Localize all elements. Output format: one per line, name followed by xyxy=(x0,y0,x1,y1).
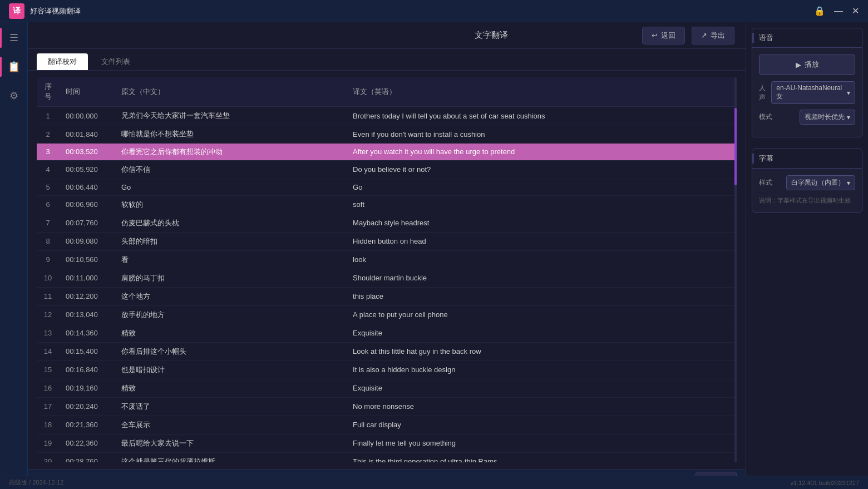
col-time: 时间 xyxy=(59,77,115,107)
cell-seq: 18 xyxy=(37,416,59,434)
style-row: 样式 白字黑边（内置） ▾ xyxy=(759,175,855,190)
table-row[interactable]: 400:05,920你信不信Do you believe it or not? xyxy=(37,160,737,179)
cell-target: Full car display xyxy=(346,416,737,434)
back-button[interactable]: ↩ 返回 xyxy=(642,27,685,45)
scroll-indicator xyxy=(734,77,737,462)
cell-seq: 11 xyxy=(37,287,59,305)
cell-time: 00:06,440 xyxy=(59,179,115,195)
table-row[interactable]: 900:10,560看look xyxy=(37,250,737,269)
table-row[interactable]: 100:00,000兄弟们今天给大家讲一套汽车坐垫Brothers today … xyxy=(37,107,737,125)
mode-row: 模式 视频时长优先 ▾ xyxy=(759,110,855,125)
table-row[interactable]: 1000:11,000肩膀的马丁扣Shoulder martin buckle xyxy=(37,269,737,287)
cell-target: Do you believe it or not? xyxy=(346,160,737,179)
content-header: 文字翻译 ↩ 返回 ↗ 导出 xyxy=(28,22,746,49)
scroll-thumb xyxy=(734,108,737,185)
voice-select[interactable]: en-AU-NatashaNeural 女 ▾ xyxy=(771,81,855,104)
col-target: 译文（英语） xyxy=(346,77,737,107)
chevron-down-icon-style: ▾ xyxy=(847,179,850,187)
cell-source: 也是暗扣设计 xyxy=(115,360,346,379)
translation-table: 序号 时间 原文（中文） 译文（英语） 100:00,000兄弟们今天给大家讲一… xyxy=(37,77,737,462)
cell-source: 放手机的地方 xyxy=(115,305,346,324)
table-row[interactable]: 1900:22,360最后呢给大家去说一下Finally let me tell… xyxy=(37,434,737,452)
sidebar-item-settings[interactable]: ⚙ xyxy=(4,86,24,106)
cell-seq: 13 xyxy=(37,324,59,342)
mode-select[interactable]: 视频时长优先 ▾ xyxy=(800,110,855,125)
sidebar: ☰ 📋 ⚙ xyxy=(0,22,28,489)
audio-section: 语音 ▶ 播放 人声 en-AU-NatashaNeural 女 ▾ 模式 视 xyxy=(752,28,862,137)
cell-target: this place xyxy=(346,287,737,305)
table-row[interactable]: 1400:15,400你看后排这个小帽头Look at this little … xyxy=(37,342,737,360)
export-button[interactable]: ↗ 导出 xyxy=(692,27,734,45)
tab-filelist[interactable]: 文件列表 xyxy=(90,53,141,70)
close-button[interactable]: ✕ xyxy=(852,7,859,16)
cell-source: 精致 xyxy=(115,324,346,342)
minimize-button[interactable]: — xyxy=(834,7,843,16)
col-seq: 序号 xyxy=(37,77,59,107)
tab-translate[interactable]: 翻译校对 xyxy=(37,53,88,70)
cell-target: This is the third generation of ultra-th… xyxy=(346,452,737,462)
subtitle-note: 说明：字幕样式在导出视频时生效 xyxy=(759,196,855,205)
cell-seq: 1 xyxy=(37,107,59,125)
table-row[interactable]: 300:03,520After you watch it you will ha… xyxy=(37,144,737,161)
cell-target: Maybach style headrest xyxy=(346,214,737,232)
cell-time: 00:15,400 xyxy=(59,342,115,360)
cell-seq: 6 xyxy=(37,195,59,214)
table-scroll[interactable]: 序号 时间 原文（中文） 译文（英语） 100:00,000兄弟们今天给大家讲一… xyxy=(37,77,737,462)
table-row[interactable]: 1500:16,840也是暗扣设计It is also a hidden buc… xyxy=(37,360,737,379)
cell-seq: 4 xyxy=(37,160,59,179)
table-row[interactable]: 500:06,440GoGo xyxy=(37,179,737,195)
table-row[interactable]: 1800:21,360全车展示Full car display xyxy=(37,416,737,434)
cell-source: 不废话了 xyxy=(115,397,346,416)
chevron-down-icon-mode: ▾ xyxy=(847,113,850,121)
sidebar-item-file[interactable]: 📋 xyxy=(4,57,24,77)
cell-source: 仿麦巴赫式的头枕 xyxy=(115,214,346,232)
table-row[interactable]: 1100:12,200这个地方this place xyxy=(37,287,737,305)
cell-source: 全车展示 xyxy=(115,416,346,434)
cell-source: 看 xyxy=(115,250,346,269)
main-layout: ☰ 📋 ⚙ 文字翻译 ↩ 返回 ↗ 导出 xyxy=(0,22,868,489)
sidebar-item-menu[interactable]: ☰ xyxy=(4,28,24,48)
cell-seq: 15 xyxy=(37,360,59,379)
cell-seq: 14 xyxy=(37,342,59,360)
cell-source: 精致 xyxy=(115,379,346,397)
titlebar-controls: 🔒 — ✕ xyxy=(814,7,859,16)
version-bar: 高级版 / 2024-12-12 v1.12.401 build20231227 xyxy=(0,476,868,489)
cell-seq: 16 xyxy=(37,379,59,397)
cell-time: 00:09,080 xyxy=(59,232,115,250)
source-input[interactable] xyxy=(121,148,339,156)
cell-source: 你看后排这个小帽头 xyxy=(115,342,346,360)
cell-target: Exquisite xyxy=(346,324,737,342)
table-row[interactable]: 1700:20,240不废话了No more nonsense xyxy=(37,397,737,416)
style-label: 样式 xyxy=(759,178,772,187)
table-row[interactable]: 200:01,840哪怕就是你不想装坐垫Even if you don't wa… xyxy=(37,125,737,144)
cell-target: Shoulder martin buckle xyxy=(346,269,737,287)
cell-source: Go xyxy=(115,179,346,195)
style-select[interactable]: 白字黑边（内置） ▾ xyxy=(786,175,855,190)
cell-source: 最后呢给大家去说一下 xyxy=(115,434,346,452)
cell-time: 00:06,960 xyxy=(59,195,115,214)
cell-time: 00:28,760 xyxy=(59,452,115,462)
audio-section-header: 语音 xyxy=(752,28,862,48)
table-row[interactable]: 700:07,760仿麦巴赫式的头枕Maybach style headrest xyxy=(37,214,737,232)
cell-time: 00:12,200 xyxy=(59,287,115,305)
table-row[interactable]: 1200:13,040放手机的地方A place to put your cel… xyxy=(37,305,737,324)
cell-target: After you watch it you will have the urg… xyxy=(346,144,737,161)
col-source: 原文（中文） xyxy=(115,77,346,107)
cell-source: 软软的 xyxy=(115,195,346,214)
cell-seq: 7 xyxy=(37,214,59,232)
cell-time: 00:13,040 xyxy=(59,305,115,324)
cell-seq: 20 xyxy=(37,452,59,462)
table-row[interactable]: 800:09,080头部的暗扣Hidden button on head xyxy=(37,232,737,250)
cell-time: 00:00,000 xyxy=(59,107,115,125)
titlebar-left: 译 好容译视频翻译 xyxy=(9,3,81,19)
app-title: 好容译视频翻译 xyxy=(30,6,81,16)
table-row[interactable]: 600:06,960软软的soft xyxy=(37,195,737,214)
cell-source: 这个就是第三代的超薄拉姆斯 xyxy=(115,452,346,462)
cell-seq: 8 xyxy=(37,232,59,250)
table-row[interactable]: 1600:19,160精致Exquisite xyxy=(37,379,737,397)
play-button[interactable]: ▶ 播放 xyxy=(759,55,855,75)
table-row[interactable]: 1300:14,360精致Exquisite xyxy=(37,324,737,342)
table-row[interactable]: 2000:28,760这个就是第三代的超薄拉姆斯This is the thir… xyxy=(37,452,737,462)
cell-target: Even if you don't want to install a cush… xyxy=(346,125,737,144)
cell-seq: 5 xyxy=(37,179,59,195)
